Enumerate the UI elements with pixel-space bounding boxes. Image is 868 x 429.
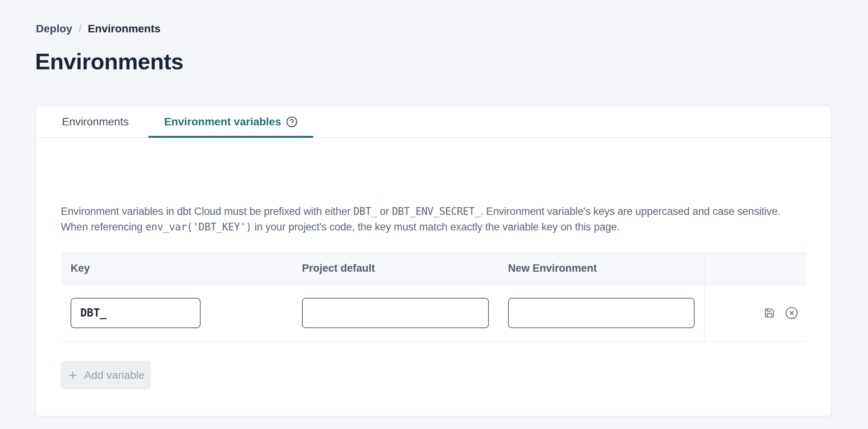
key-cell [62, 284, 293, 341]
description-text: When referencing [61, 221, 145, 233]
description-code-dbt-prefix: DBT_ [353, 206, 377, 217]
tab-bar: Environments Environment variables [36, 106, 831, 138]
description-code-env-var: env_var('DBT_KEY') [145, 221, 252, 233]
table-row [62, 284, 807, 342]
help-circle-icon[interactable] [286, 116, 298, 128]
env-var-description: Environment variables in dbt Cloud must … [61, 204, 780, 235]
key-input[interactable] [71, 298, 201, 328]
page-title: Environments [35, 48, 183, 74]
column-header-project-default: Project default [293, 253, 499, 284]
breadcrumb-separator: / [78, 23, 81, 35]
column-header-new-environment: New Environment [499, 253, 704, 284]
plus-icon [67, 369, 79, 381]
description-text: or [377, 206, 392, 217]
project-default-cell [293, 284, 499, 341]
breadcrumb: Deploy / Environments [36, 23, 161, 35]
add-variable-button[interactable]: Add variable [61, 361, 151, 389]
tab-environment-variables[interactable]: Environment variables [148, 106, 313, 137]
column-header-key: Key [62, 253, 293, 284]
save-icon[interactable] [764, 308, 775, 318]
environments-card: Environments Environment variables Envir… [35, 106, 831, 416]
breadcrumb-deploy-link[interactable]: Deploy [36, 23, 72, 35]
environment-variables-page: Deploy / Environments Environments Envir… [0, 0, 868, 429]
tab-environment-variables-label: Environment variables [164, 116, 281, 128]
tab-environments[interactable]: Environments [51, 106, 139, 137]
new-environment-cell [499, 284, 704, 341]
project-default-input[interactable] [302, 298, 489, 328]
row-actions-cell [704, 284, 807, 341]
description-text: in your project's code, the key must mat… [252, 221, 620, 233]
circle-x-icon[interactable] [785, 306, 798, 320]
column-header-actions [704, 253, 807, 284]
description-code-dbt-env-secret-prefix: DBT_ENV_SECRET_ [392, 206, 480, 217]
breadcrumb-current-environments: Environments [88, 23, 161, 35]
new-environment-input[interactable] [508, 298, 695, 328]
add-variable-label: Add variable [84, 369, 145, 382]
environment-variables-table: Key Project default New Environment [62, 252, 807, 342]
table-header-row: Key Project default New Environment [62, 252, 807, 284]
description-text: Environment variables in dbt Cloud must … [61, 206, 353, 217]
tab-environments-label: Environments [62, 116, 129, 128]
description-text: . Environment variable's keys are upperc… [480, 206, 780, 217]
